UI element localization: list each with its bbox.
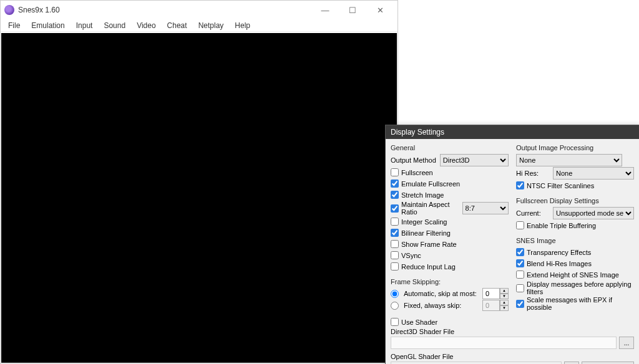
right-column: Output Image Processing None Hi Res: Non…: [516, 143, 634, 312]
spinner-up-icon: ▲: [500, 300, 509, 305]
scale-messages-label: Scale messages with EPX if possible: [527, 296, 634, 311]
ogl-shader-file-input: [391, 362, 562, 364]
app-icon: [4, 5, 14, 15]
hires-label: Hi Res:: [516, 170, 539, 177]
spinner-down-icon: ▼: [500, 305, 509, 311]
show-framerate-label: Show Frame Rate: [401, 241, 457, 248]
maintain-aspect-label: Maintain Aspect Ratio: [401, 201, 462, 216]
frameskip-auto-value[interactable]: [482, 288, 500, 299]
frame-skipping-header: Frame Skipping:: [391, 278, 509, 285]
menu-file[interactable]: File: [3, 20, 25, 31]
reduce-input-lag-checkbox[interactable]: [391, 262, 399, 271]
output-processing-header: Output Image Processing: [516, 144, 634, 151]
menu-sound[interactable]: Sound: [99, 20, 130, 31]
transparency-checkbox[interactable]: [516, 248, 524, 256]
emulate-fullscreen-label: Emulate Fullscreen: [401, 180, 460, 188]
fullscreen-label: Fullscreen: [401, 169, 433, 176]
menu-cheat[interactable]: Cheat: [162, 20, 192, 31]
output-method-select[interactable]: Direct3D: [440, 154, 509, 166]
general-header: General: [391, 144, 509, 151]
current-mode-select[interactable]: Unsupported mode selected: [553, 207, 634, 219]
menu-video[interactable]: Video: [132, 20, 160, 31]
menu-input[interactable]: Input: [71, 20, 98, 31]
general-column: General Output Method Direct3D Fullscree…: [391, 143, 509, 312]
vsync-checkbox[interactable]: [391, 251, 399, 259]
integer-scaling-checkbox[interactable]: [391, 218, 399, 226]
minimize-button[interactable]: —: [311, 1, 339, 19]
scale-messages-checkbox[interactable]: [516, 300, 524, 308]
spinner-down-icon[interactable]: ▼: [500, 294, 509, 299]
blend-hires-label: Blend Hi-Res Images: [527, 260, 592, 267]
ntsc-scanlines-checkbox[interactable]: [516, 181, 524, 189]
reduce-input-lag-label: Reduce Input Lag: [401, 263, 456, 271]
output-filter-select[interactable]: None: [516, 154, 622, 166]
ntsc-scanlines-label: NTSC Filter Scanlines: [527, 182, 594, 189]
maximize-button[interactable]: ☐: [339, 1, 366, 19]
transparency-label: Transparency Effects: [527, 249, 591, 256]
display-messages-checkbox[interactable]: [516, 284, 524, 292]
vsync-label: VSync: [401, 252, 421, 259]
frameskip-fixed-spinner: ▲▼: [482, 300, 509, 311]
output-method-label: Output Method: [391, 156, 436, 164]
triple-buffering-label: Enable Triple Buffering: [527, 222, 596, 229]
d3d-browse-button[interactable]: ...: [619, 337, 634, 349]
menu-emulation[interactable]: Emulation: [26, 20, 69, 31]
d3d-shader-label: Direct3D Shader File: [391, 328, 634, 335]
use-shader-checkbox[interactable]: [391, 318, 399, 326]
close-button[interactable]: ✕: [366, 1, 394, 19]
use-shader-label: Use Shader: [401, 318, 437, 326]
bilinear-filtering-label: Bilinear Filtering: [401, 229, 451, 237]
triple-buffering-checkbox[interactable]: [516, 221, 524, 229]
menubar: File Emulation Input Sound Video Cheat N…: [1, 19, 398, 32]
fullscreen-checkbox[interactable]: [391, 168, 399, 176]
extend-height-checkbox[interactable]: [516, 271, 524, 279]
maintain-aspect-checkbox[interactable]: [391, 204, 399, 213]
stretch-image-checkbox[interactable]: [391, 191, 399, 199]
frameskip-auto-label: Automatic, skip at most:: [404, 290, 477, 297]
menu-help[interactable]: Help: [230, 20, 255, 31]
emulate-fullscreen-checkbox[interactable]: [391, 180, 399, 188]
integer-scaling-label: Integer Scaling: [401, 218, 447, 226]
display-messages-label: Display messages before applying filters: [527, 280, 634, 295]
hires-select[interactable]: None: [553, 167, 634, 180]
frameskip-fixed-radio[interactable]: [391, 302, 399, 310]
spinner-up-icon[interactable]: ▲: [500, 288, 509, 294]
show-framerate-checkbox[interactable]: [391, 240, 399, 248]
bilinear-filtering-checkbox[interactable]: [391, 229, 399, 237]
fullscreen-display-header: Fullscreen Display Settings: [516, 197, 634, 204]
dialog-title[interactable]: Display Settings: [386, 125, 639, 139]
d3d-shader-file-input[interactable]: [391, 337, 617, 349]
aspect-ratio-select[interactable]: 8:7: [462, 202, 509, 214]
frameskip-fixed-label: Fixed, always skip:: [404, 302, 461, 309]
ogl-shader-label: OpenGL Shader File: [391, 353, 634, 360]
stretch-image-label: Stretch Image: [401, 191, 444, 199]
emulator-window: Snes9x 1.60 — ☐ ✕ File Emulation Input S…: [0, 0, 398, 364]
frameskip-fixed-value: [482, 300, 500, 311]
frameskip-auto-spinner[interactable]: ▲▼: [482, 288, 509, 299]
window-title: Snes9x 1.60: [18, 6, 60, 14]
titlebar[interactable]: Snes9x 1.60 — ☐ ✕: [1, 1, 398, 19]
parameters-button: Parameters...: [582, 362, 634, 364]
extend-height-label: Extend Height of SNES Image: [527, 271, 619, 279]
current-mode-label: Current:: [516, 209, 541, 217]
game-viewport: [1, 33, 397, 363]
snes-image-header: SNES Image: [516, 237, 634, 244]
blend-hires-checkbox[interactable]: [516, 259, 524, 267]
frameskip-auto-radio[interactable]: [391, 290, 399, 298]
display-settings-dialog: Display Settings General Output Method D…: [385, 125, 639, 364]
menu-netplay[interactable]: Netplay: [193, 20, 229, 31]
ogl-browse-button: ...: [564, 362, 579, 364]
